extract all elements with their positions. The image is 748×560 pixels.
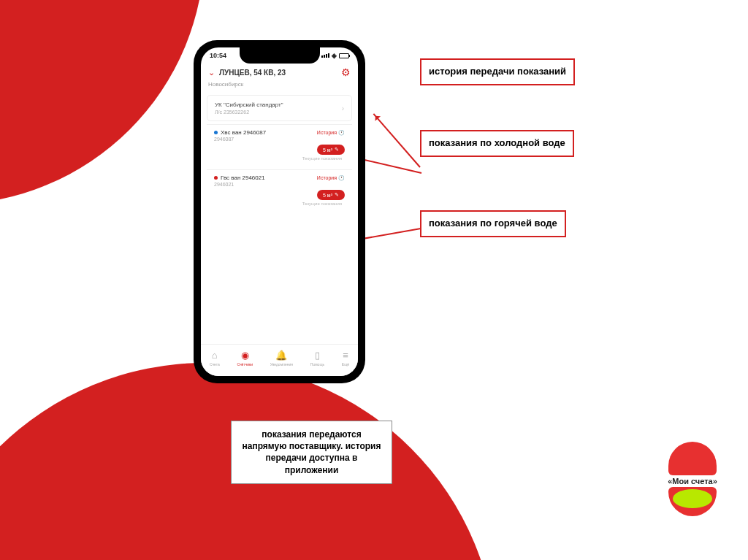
callout-cold: показания по холодной воде <box>420 130 574 157</box>
clock-icon: 🕐 <box>338 175 345 181</box>
meter-cold: Хвс ван 2946087 История 🕐 2946087 5 м³ ✎… <box>207 124 352 166</box>
logo-top-icon <box>668 442 717 475</box>
meter-name: Хвс ван 2946087 <box>214 129 266 136</box>
phone-mockup: 10:54 ◈ ⌄ ЛУНЦЕВ, 54 КВ, 23 ⚙ Новосибирс… <box>194 40 365 383</box>
gear-icon[interactable]: ⚙ <box>341 66 351 78</box>
tab-bills[interactable]: ⌂Счета <box>210 350 220 367</box>
reading-pill[interactable]: 5 м³ ✎ <box>317 190 345 200</box>
company-card[interactable]: УК "Сибирский стандарт" Л/с 235632262 › <box>207 95 352 121</box>
address-title[interactable]: ЛУНЦЕВ, 54 КВ, 23 <box>219 69 337 77</box>
company-account: Л/с 235632262 <box>215 110 283 115</box>
battery-icon <box>339 53 349 58</box>
callout-hot: показания по горячей воде <box>420 210 566 237</box>
meter-icon: ◉ <box>241 350 249 361</box>
meter-id: 2946021 <box>208 182 351 187</box>
pencil-icon: ✎ <box>335 147 339 153</box>
company-name: УК "Сибирский стандарт" <box>215 101 283 108</box>
clock-icon: 🕐 <box>338 130 345 136</box>
meter-id: 2946087 <box>208 137 351 142</box>
reading-label: Текущие показания <box>208 156 351 162</box>
doc-icon: ▯ <box>315 350 320 361</box>
wifi-icon: ◈ <box>332 52 337 59</box>
tab-help[interactable]: ▯Помощь <box>310 350 324 367</box>
bell-icon: 🔔 <box>275 350 287 361</box>
phone-notch <box>240 47 320 64</box>
dot-icon <box>214 176 218 180</box>
pencil-icon: ✎ <box>335 192 339 198</box>
dot-icon <box>214 131 218 134</box>
reading-label: Текущие показания <box>208 202 351 207</box>
chevron-down-icon[interactable]: ⌄ <box>208 68 215 77</box>
decorative-corner-top <box>0 0 205 204</box>
city-label: Новосибирск <box>201 81 358 92</box>
menu-icon: ≡ <box>343 350 348 361</box>
chevron-right-icon: › <box>342 104 344 112</box>
status-time: 10:54 <box>210 52 226 59</box>
logo-bottom-icon <box>668 487 717 516</box>
meter-hot: Гвс ван 2946021 История 🕐 2946021 5 м³ ✎… <box>207 169 352 212</box>
arrow-history <box>373 113 421 168</box>
history-link[interactable]: История 🕐 <box>317 130 345 136</box>
callout-history: история передачи показаний <box>420 58 575 85</box>
callout-bottom: показания передаются напрямую поставщику… <box>231 421 392 484</box>
tab-bar: ⌂Счета ◉Счётчики 🔔Уведомления ▯Помощь ≡Е… <box>201 344 358 376</box>
tab-meters[interactable]: ◉Счётчики <box>237 350 253 367</box>
arrow-cold <box>358 158 421 174</box>
tab-notifications[interactable]: 🔔Уведомления <box>270 350 293 367</box>
signal-icon <box>321 53 329 58</box>
reading-pill[interactable]: 5 м³ ✎ <box>317 145 345 155</box>
logo: «Мои счета» это сервис <box>663 442 722 516</box>
tab-more[interactable]: ≡Ещё <box>342 350 349 367</box>
app-header: ⌄ ЛУНЦЕВ, 54 КВ, 23 ⚙ <box>201 64 358 81</box>
meter-name: Гвс ван 2946021 <box>214 174 265 181</box>
logo-title: «Мои счета» <box>663 477 722 486</box>
home-icon: ⌂ <box>212 350 218 361</box>
history-link[interactable]: История 🕐 <box>317 175 345 181</box>
